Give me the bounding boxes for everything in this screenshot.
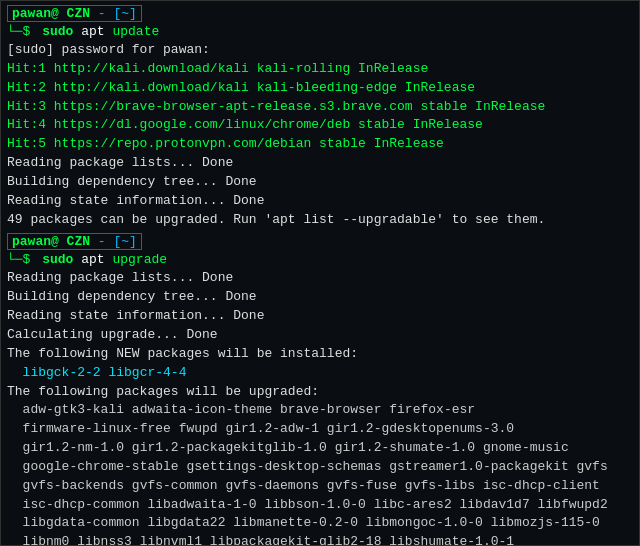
cmd-sudo-1: sudo <box>34 24 73 39</box>
user-host-1: pawan@ CZN <box>12 6 90 21</box>
output-line-s1-7: Building dependency tree... Done <box>7 173 633 192</box>
output-line-s2-5: libgck-2-2 libgcr-4-4 <box>7 364 633 383</box>
cmd-apt-2: apt <box>73 252 104 267</box>
output-line-s1-1: Hit:1 http://kali.download/kali kali-rol… <box>7 60 633 79</box>
output-line-s1-4: Hit:4 https://dl.google.com/linux/chrome… <box>7 116 633 135</box>
cmd-arg-2: upgrade <box>105 252 167 267</box>
prompt-bar-2: pawan@ CZN - [~] <box>7 233 633 250</box>
prompt-box-2: pawan@ CZN - [~] <box>7 233 142 250</box>
output-line-s2-2: Reading state information... Done <box>7 307 633 326</box>
output-line-s2-14: libnm0 libnss3 libnvml1 libpackagekit-gl… <box>7 533 633 545</box>
dollar-sign-1: └─$ <box>7 24 30 39</box>
separator-1: - <box>98 6 114 21</box>
output-line-s1-9: 49 packages can be upgraded. Run 'apt li… <box>7 211 633 230</box>
prompt-box-1: pawan@ CZN - [~] <box>7 5 142 22</box>
separator-2: - <box>98 234 114 249</box>
path-2: [~] <box>113 234 136 249</box>
output-line-s1-8: Reading state information... Done <box>7 192 633 211</box>
path-1: [~] <box>113 6 136 21</box>
output-line-s1-5: Hit:5 https://repo.protonvpn.com/debian … <box>7 135 633 154</box>
output-line-s2-10: google-chrome-stable gsettings-desktop-s… <box>7 458 633 477</box>
cmd-apt-1: apt <box>73 24 104 39</box>
cmd-arg-1: update <box>105 24 160 39</box>
command-line-1: └─$ sudo apt update <box>7 24 633 39</box>
user-host-2: pawan@ CZN <box>12 234 90 249</box>
terminal-content: pawan@ CZN - [~] └─$ sudo apt update [su… <box>1 1 639 545</box>
output-line-s1-2: Hit:2 http://kali.download/kali kali-ble… <box>7 79 633 98</box>
prompt-bar-1: pawan@ CZN - [~] <box>7 5 633 22</box>
cmd-sudo-2: sudo <box>34 252 73 267</box>
output-line-s2-4: The following NEW packages will be insta… <box>7 345 633 364</box>
output-line-s1-6: Reading package lists... Done <box>7 154 633 173</box>
output-line-s2-11: gvfs-backends gvfs-common gvfs-daemons g… <box>7 477 633 496</box>
command-line-2: └─$ sudo apt upgrade <box>7 252 633 267</box>
output-line-s2-0: Reading package lists... Done <box>7 269 633 288</box>
dollar-sign-2: └─$ <box>7 252 30 267</box>
output-line-s2-12: isc-dhcp-common libadwaita-1-0 libbson-1… <box>7 496 633 515</box>
output-line-s2-9: gir1.2-nm-1.0 gir1.2-packagekitglib-1.0 … <box>7 439 633 458</box>
output-line-s1-3: Hit:3 https://brave-browser-apt-release.… <box>7 98 633 117</box>
output-line-s2-1: Building dependency tree... Done <box>7 288 633 307</box>
terminal-window: pawan@ CZN - [~] └─$ sudo apt update [su… <box>0 0 640 546</box>
output-line-s1-0: [sudo] password for pawan: <box>7 41 633 60</box>
output-line-s2-6: The following packages will be upgraded: <box>7 383 633 402</box>
output-line-s2-8: firmware-linux-free fwupd gir1.2-adw-1 g… <box>7 420 633 439</box>
output-line-s2-3: Calculating upgrade... Done <box>7 326 633 345</box>
output-line-s2-7: adw-gtk3-kali adwaita-icon-theme brave-b… <box>7 401 633 420</box>
output-line-s2-13: libgdata-common libgdata22 libmanette-0.… <box>7 514 633 533</box>
